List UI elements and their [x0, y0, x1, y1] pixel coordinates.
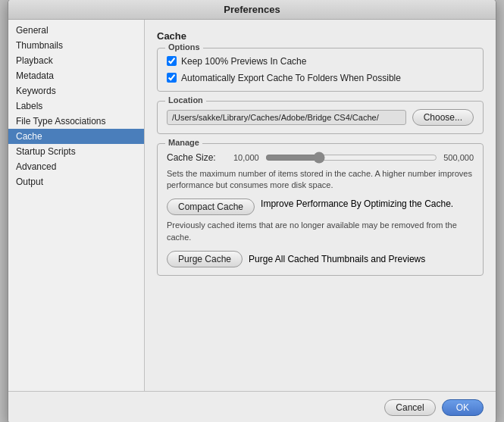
purge-description: Purge All Cached Thumbnails and Previews [249, 254, 425, 264]
sidebar-item-metadata[interactable]: Metadata [8, 68, 144, 83]
location-group: Location /Users/sakke/Library/Caches/Ado… [157, 101, 484, 134]
sidebar-item-labels[interactable]: Labels [8, 98, 144, 114]
ok-button[interactable]: OK [442, 399, 484, 416]
location-group-label: Location [165, 95, 206, 105]
auto-export-checkbox[interactable] [167, 73, 177, 83]
sidebar-item-output[interactable]: Output [8, 174, 144, 189]
location-row: /Users/sakke/Library/Caches/Adobe/Bridge… [167, 109, 474, 126]
purge-row: Purge Cache Purge All Cached Thumbnails … [167, 251, 474, 267]
sidebar: General Thumbnails Playback Metadata Key… [8, 20, 145, 391]
options-group: Options Keep 100% Previews In Cache Auto… [157, 48, 484, 92]
window-title: Preferences [224, 4, 280, 15]
slider-container [265, 152, 438, 164]
sidebar-item-file-type-associations[interactable]: File Type Associations [8, 114, 144, 129]
sidebar-item-cache[interactable]: Cache [8, 129, 144, 144]
footer: Cancel OK [8, 391, 496, 423]
keep-previews-row: Keep 100% Previews In Cache [167, 56, 474, 67]
cache-size-row: Cache Size: 10,000 500,000 [167, 152, 474, 164]
compact-cache-button[interactable]: Compact Cache [167, 198, 255, 215]
keep-previews-checkbox[interactable] [167, 56, 177, 66]
section-title: Cache [157, 30, 484, 42]
sidebar-item-startup-scripts[interactable]: Startup Scripts [8, 144, 144, 159]
preferences-window: Preferences General Thumbnails Playback … [8, 0, 496, 422]
titlebar: Preferences [8, 0, 496, 20]
sidebar-item-playback[interactable]: Playback [8, 53, 144, 68]
options-group-label: Options [165, 42, 203, 52]
cache-size-max: 500,000 [443, 153, 474, 162]
compact-description: Improve Performance By Optimizing the Ca… [261, 198, 453, 209]
cache-description: Sets the maximum number of items stored … [167, 168, 474, 192]
compact-row: Compact Cache Improve Performance By Opt… [167, 198, 474, 215]
sidebar-item-thumbnails[interactable]: Thumbnails [8, 38, 144, 53]
main-content: Cache Options Keep 100% Previews In Cach… [145, 20, 496, 391]
manage-group: Manage Cache Size: 10,000 500,000 Sets t… [157, 143, 484, 277]
keep-previews-label: Keep 100% Previews In Cache [181, 56, 306, 67]
auto-export-row: Automatically Export Cache To Folders Wh… [167, 73, 474, 83]
manage-group-label: Manage [165, 138, 202, 147]
cache-size-min: 10,000 [233, 153, 259, 162]
cache-size-label: Cache Size: [167, 152, 227, 163]
cache-size-slider[interactable] [265, 152, 438, 164]
sidebar-item-keywords[interactable]: Keywords [8, 83, 144, 98]
cancel-button[interactable]: Cancel [384, 399, 435, 416]
sidebar-item-advanced[interactable]: Advanced [8, 159, 144, 174]
auto-export-label: Automatically Export Cache To Folders Wh… [181, 73, 401, 83]
sidebar-item-general[interactable]: General [8, 23, 144, 38]
choose-button[interactable]: Choose... [412, 109, 474, 126]
purge-cache-button[interactable]: Purge Cache [167, 251, 243, 267]
compact-note: Previously cached items that are no long… [167, 220, 474, 243]
location-path: /Users/sakke/Library/Caches/Adobe/Bridge… [167, 110, 406, 125]
window-content: General Thumbnails Playback Metadata Key… [8, 20, 496, 391]
